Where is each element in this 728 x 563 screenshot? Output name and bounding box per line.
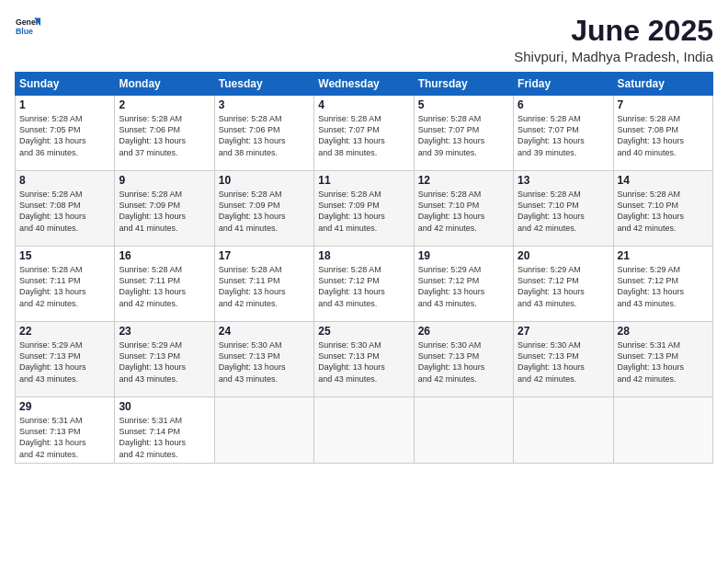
- logo: General Blue: [15, 15, 40, 40]
- calendar: Sunday Monday Tuesday Wednesday Thursday…: [15, 72, 713, 464]
- week-row-2: 8Sunrise: 5:28 AMSunset: 7:08 PMDaylight…: [16, 171, 713, 247]
- table-row: 16Sunrise: 5:28 AMSunset: 7:11 PMDayligh…: [115, 247, 214, 322]
- table-row: 21Sunrise: 5:29 AMSunset: 7:12 PMDayligh…: [613, 247, 712, 322]
- col-sunday: Sunday: [16, 73, 115, 96]
- page: General Blue June 2025 Shivpuri, Madhya …: [0, 0, 728, 563]
- table-row: 14Sunrise: 5:28 AMSunset: 7:10 PMDayligh…: [613, 171, 712, 247]
- svg-text:Blue: Blue: [16, 27, 33, 36]
- table-row: 10Sunrise: 5:28 AMSunset: 7:09 PMDayligh…: [214, 171, 313, 247]
- table-row: 29Sunrise: 5:31 AMSunset: 7:13 PMDayligh…: [16, 397, 115, 464]
- table-row: 19Sunrise: 5:29 AMSunset: 7:12 PMDayligh…: [414, 247, 513, 322]
- table-row: [613, 397, 712, 464]
- table-row: 4Sunrise: 5:28 AMSunset: 7:07 PMDaylight…: [314, 96, 414, 171]
- col-tuesday: Tuesday: [214, 73, 313, 96]
- table-row: 1Sunrise: 5:28 AMSunset: 7:05 PMDaylight…: [16, 96, 115, 171]
- col-saturday: Saturday: [613, 73, 712, 96]
- header: General Blue June 2025 Shivpuri, Madhya …: [15, 15, 713, 64]
- table-row: [514, 397, 613, 464]
- col-monday: Monday: [115, 73, 214, 96]
- table-row: 22Sunrise: 5:29 AMSunset: 7:13 PMDayligh…: [16, 322, 115, 397]
- col-wednesday: Wednesday: [314, 73, 414, 96]
- col-friday: Friday: [514, 73, 613, 96]
- table-row: 9Sunrise: 5:28 AMSunset: 7:09 PMDaylight…: [115, 171, 214, 247]
- table-row: 8Sunrise: 5:28 AMSunset: 7:08 PMDaylight…: [16, 171, 115, 247]
- table-row: 23Sunrise: 5:29 AMSunset: 7:13 PMDayligh…: [115, 322, 214, 397]
- title-area: June 2025 Shivpuri, Madhya Pradesh, Indi…: [514, 15, 713, 64]
- header-row: Sunday Monday Tuesday Wednesday Thursday…: [16, 73, 713, 96]
- table-row: 25Sunrise: 5:30 AMSunset: 7:13 PMDayligh…: [314, 322, 414, 397]
- logo-icon: General Blue: [15, 15, 40, 40]
- table-row: [414, 397, 513, 464]
- week-row-5: 29Sunrise: 5:31 AMSunset: 7:13 PMDayligh…: [16, 397, 713, 464]
- table-row: 3Sunrise: 5:28 AMSunset: 7:06 PMDaylight…: [214, 96, 313, 171]
- location-title: Shivpuri, Madhya Pradesh, India: [514, 49, 713, 64]
- table-row: 24Sunrise: 5:30 AMSunset: 7:13 PMDayligh…: [214, 322, 313, 397]
- table-row: [314, 397, 414, 464]
- table-row: 17Sunrise: 5:28 AMSunset: 7:11 PMDayligh…: [214, 247, 313, 322]
- table-row: 5Sunrise: 5:28 AMSunset: 7:07 PMDaylight…: [414, 96, 513, 171]
- table-row: 13Sunrise: 5:28 AMSunset: 7:10 PMDayligh…: [514, 171, 613, 247]
- table-row: 26Sunrise: 5:30 AMSunset: 7:13 PMDayligh…: [414, 322, 513, 397]
- table-row: 11Sunrise: 5:28 AMSunset: 7:09 PMDayligh…: [314, 171, 414, 247]
- week-row-1: 1Sunrise: 5:28 AMSunset: 7:05 PMDaylight…: [16, 96, 713, 171]
- table-row: 18Sunrise: 5:28 AMSunset: 7:12 PMDayligh…: [314, 247, 414, 322]
- table-row: 27Sunrise: 5:30 AMSunset: 7:13 PMDayligh…: [514, 322, 613, 397]
- col-thursday: Thursday: [414, 73, 513, 96]
- table-row: 20Sunrise: 5:29 AMSunset: 7:12 PMDayligh…: [514, 247, 613, 322]
- week-row-4: 22Sunrise: 5:29 AMSunset: 7:13 PMDayligh…: [16, 322, 713, 397]
- week-row-3: 15Sunrise: 5:28 AMSunset: 7:11 PMDayligh…: [16, 247, 713, 322]
- table-row: 2Sunrise: 5:28 AMSunset: 7:06 PMDaylight…: [115, 96, 214, 171]
- table-row: 30Sunrise: 5:31 AMSunset: 7:14 PMDayligh…: [115, 397, 214, 464]
- table-row: 12Sunrise: 5:28 AMSunset: 7:10 PMDayligh…: [414, 171, 513, 247]
- table-row: 15Sunrise: 5:28 AMSunset: 7:11 PMDayligh…: [16, 247, 115, 322]
- table-row: 28Sunrise: 5:31 AMSunset: 7:13 PMDayligh…: [613, 322, 712, 397]
- month-title: June 2025: [514, 15, 713, 47]
- table-row: 7Sunrise: 5:28 AMSunset: 7:08 PMDaylight…: [613, 96, 712, 171]
- table-row: [214, 397, 313, 464]
- table-row: 6Sunrise: 5:28 AMSunset: 7:07 PMDaylight…: [514, 96, 613, 171]
